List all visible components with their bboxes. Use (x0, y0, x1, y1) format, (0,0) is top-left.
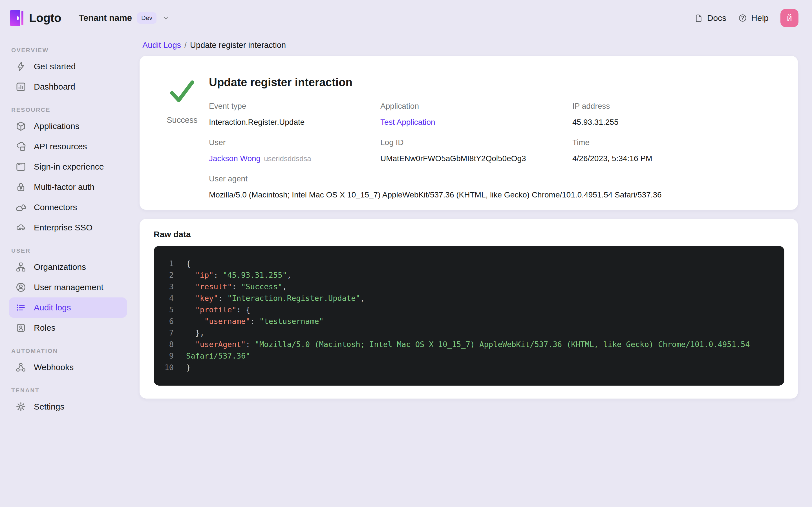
docs-button[interactable]: Docs (694, 13, 726, 23)
line-number: 5 (161, 304, 174, 316)
success-check-icon (168, 78, 196, 104)
id-card-icon (15, 322, 27, 334)
page-title: Update register interaction (209, 75, 782, 89)
sidebar-section-label: OVERVIEW (11, 47, 127, 54)
dashboard-icon (15, 81, 27, 93)
sidebar-item-user-management[interactable]: User management (9, 277, 127, 297)
raw-data-card: Raw data 1{2 "ip": "45.93.31.255",3 "res… (140, 219, 798, 399)
code-line: 10} (161, 362, 773, 373)
code-line: 7 }, (161, 327, 773, 339)
sidebar-item-webhooks[interactable]: Webhooks (9, 357, 127, 378)
logo-wordmark: Logto (29, 11, 61, 25)
breadcrumb-current: Update register interaction (190, 41, 286, 50)
code-line: 2 "ip": "45.93.31.255", (161, 269, 773, 281)
list-icon (15, 302, 27, 313)
clouds-icon (15, 202, 27, 213)
code-line: 6 "username": "testusername" (161, 316, 773, 327)
sidebar-item-label: Applications (34, 121, 80, 131)
field-value: Interaction.Register.Update (209, 118, 305, 126)
line-number: 7 (161, 327, 174, 339)
code-line: 1{ (161, 258, 773, 269)
chevron-down-icon (161, 14, 170, 22)
lock-icon (15, 181, 27, 193)
docs-label: Docs (707, 13, 726, 23)
org-chart-icon (15, 262, 27, 273)
sidebar-item-label: Settings (34, 402, 64, 411)
line-number: 4 (161, 292, 174, 304)
tenant-name: Tenant name (79, 13, 132, 23)
sidebar-item-get-started[interactable]: Get started (9, 56, 127, 76)
sidebar-item-label: API resources (34, 142, 87, 151)
field-value: 4/26/2023, 5:34:16 PM (572, 154, 652, 163)
field-label: Application (380, 101, 572, 111)
sidebar-item-settings[interactable]: Settings (9, 397, 127, 417)
event-detail-card: Success Update register interaction Even… (140, 56, 798, 210)
breadcrumb: Audit Logs / Update register interaction (142, 39, 798, 51)
help-label: Help (751, 13, 769, 23)
sidebar-item-label: Organizations (34, 262, 86, 272)
sidebar-item-label: Audit logs (34, 303, 71, 313)
field-user: UserJackson Wonguseridsddsdsa (209, 138, 380, 163)
line-number: 6 (161, 316, 174, 327)
field-label: User (209, 138, 380, 147)
line-number: 1 (161, 258, 174, 269)
sidebar-item-multi-factor-auth[interactable]: Multi-factor auth (9, 177, 127, 197)
user-id-suffix: useridsddsdsa (264, 154, 311, 163)
sidebar-item-enterprise-sso[interactable]: Enterprise SSO (9, 217, 127, 238)
breadcrumb-audit-logs-link[interactable]: Audit Logs (142, 41, 181, 50)
status-label: Success (167, 115, 198, 125)
help-button[interactable]: Help (738, 13, 769, 23)
gear-icon (15, 401, 27, 412)
sidebar-item-label: Multi-factor auth (34, 182, 94, 192)
sidebar-item-label: Enterprise SSO (34, 223, 93, 232)
field-event-type: Event typeInteraction.Register.Update (209, 101, 380, 127)
field-ip-address: IP address45.93.31.255 (572, 101, 782, 127)
sidebar-item-connectors[interactable]: Connectors (9, 197, 127, 217)
sidebar-item-dashboard[interactable]: Dashboard (9, 76, 127, 97)
code-line: 8 "userAgent": "Mozilla/5.0 (Macintosh; … (161, 339, 773, 350)
sidebar-item-label: Sign-in experience (34, 162, 104, 172)
sidebar-item-audit-logs[interactable]: Audit logs (9, 297, 127, 318)
topbar: Logto Tenant name Dev Docs Help й (0, 0, 812, 36)
field-value-link[interactable]: Test Application (380, 118, 435, 126)
sidebar-item-label: User management (34, 283, 103, 292)
sidebar-section-label: TENANT (11, 387, 127, 394)
logto-logo: Logto (10, 10, 61, 26)
sidebar-item-roles[interactable]: Roles (9, 318, 127, 338)
avatar[interactable]: й (780, 9, 799, 27)
sidebar-item-applications[interactable]: Applications (9, 116, 127, 136)
line-number: 2 (161, 269, 174, 281)
code-line: 5 "profile": { (161, 304, 773, 316)
sidebar-item-organizations[interactable]: Organizations (9, 257, 127, 277)
main-content: Audit Logs / Update register interaction… (136, 36, 812, 399)
line-number: 10 (161, 362, 174, 373)
event-fields: Event typeInteraction.Register.UpdateApp… (209, 101, 782, 200)
sidebar-item-api-resources[interactable]: API resources (9, 136, 127, 157)
sidebar-item-label: Webhooks (34, 362, 73, 372)
cube-icon (15, 121, 27, 132)
sidebar-item-label: Roles (34, 323, 56, 333)
field-time: Time4/26/2023, 5:34:16 PM (572, 138, 782, 163)
tenant-switcher[interactable]: Tenant name Dev (79, 12, 170, 24)
field-log-id: Log IDUMatENw0rFWO5aGbMI8tY2Qol50eOg3 (380, 138, 572, 163)
sidebar-section-label: USER (11, 247, 127, 254)
webhook-icon (15, 362, 27, 373)
cloud-box-icon (15, 141, 27, 152)
field-label: IP address (572, 101, 782, 111)
question-circle-icon (738, 13, 747, 22)
sidebar-section-label: AUTOMATION (11, 348, 127, 354)
lightning-icon (15, 61, 27, 72)
field-label: Event type (209, 101, 380, 111)
user-circle-icon (15, 282, 27, 293)
field-label: Log ID (380, 138, 572, 147)
status-column: Success (155, 68, 209, 200)
sidebar-item-sign-in-experience[interactable]: Sign-in experience (9, 157, 127, 177)
field-application: ApplicationTest Application (380, 101, 572, 127)
code-line: 9Safari/537.36" (161, 350, 773, 362)
sidebar-item-label: Connectors (34, 203, 77, 212)
field-value: UMatENw0rFWO5aGbMI8tY2Qol50eOg3 (380, 154, 526, 163)
document-icon (694, 13, 703, 22)
cloud-key-icon (15, 222, 27, 233)
field-value-link[interactable]: Jackson Wong (209, 154, 260, 163)
code-line: 4 "key": "Interaction.Register.Update", (161, 292, 773, 304)
